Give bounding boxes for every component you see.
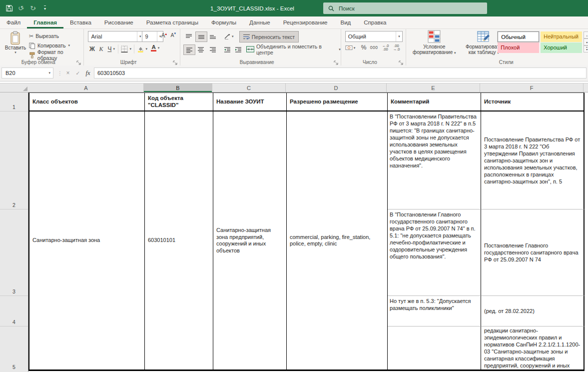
cell-D2-merged[interactable]: commercial, parking, fire_station, polic… [287, 112, 388, 370]
clipboard-dialog-launcher-icon[interactable] [76, 58, 82, 64]
grow-font-button[interactable]: A▴ [161, 32, 167, 39]
cell-E1[interactable]: Комментарий [388, 93, 481, 112]
tab-review[interactable]: Рецензирование [277, 16, 334, 28]
row-header-3[interactable]: 3 [0, 210, 28, 296]
cell-B1[interactable]: Код объекта "CLASSID" [145, 93, 213, 112]
align-middle-icon [198, 34, 205, 40]
bold-button[interactable]: Ж [88, 44, 96, 54]
save-icon[interactable] [3, 2, 15, 14]
decrease-decimal-button[interactable]: .00→.0 [393, 44, 400, 51]
borders-button[interactable]: ▾ [121, 46, 131, 52]
align-right-button[interactable] [207, 44, 218, 54]
tab-view[interactable]: Вид [334, 16, 357, 28]
cell-style-bad[interactable]: Плохой [498, 42, 539, 53]
cell-A1[interactable]: Класс объектов [29, 93, 145, 112]
font-family-select[interactable]: Arial ▾ [88, 31, 143, 42]
number-format-select[interactable]: Общий ▾ [345, 31, 403, 42]
cell-E4[interactable]: Но тут же в п. 5.3: "Допускается размеща… [388, 296, 481, 326]
undo-icon[interactable]: ↺▾ [15, 2, 27, 14]
cell-F4[interactable]: (ред. от 28.02.2022) [481, 296, 585, 326]
underline-button[interactable]: Ч [106, 44, 113, 54]
confirm-entry-icon[interactable]: ✓ [73, 68, 83, 78]
tab-file[interactable]: Файл [0, 16, 27, 28]
increase-indent-button[interactable] [233, 44, 243, 54]
number-dialog-launcher-icon[interactable] [399, 58, 404, 64]
customize-qat-icon[interactable]: ▾ [39, 2, 51, 14]
conditional-formatting-button[interactable]: Условное форматирование ▾ [409, 30, 459, 55]
increase-decimal-button[interactable]: ←.0.00 [382, 44, 389, 51]
align-bottom-button[interactable] [207, 32, 218, 41]
name-box[interactable]: B20 ▾ [1, 68, 53, 78]
cell-E3[interactable]: В "Постановлении Главного государственно… [388, 210, 481, 296]
font-dialog-launcher-icon[interactable] [173, 58, 178, 64]
cell-E5[interactable] [388, 326, 481, 370]
tab-help[interactable]: Справка [357, 16, 393, 28]
wrap-text-button[interactable]: Переносить текст [239, 31, 299, 42]
comma-style-button[interactable]: 000 [370, 45, 378, 50]
font-size-select[interactable]: 9 ▾ [142, 31, 163, 42]
cell-D1[interactable]: Разрешено размещение [287, 93, 388, 112]
select-all-corner[interactable] [0, 84, 28, 92]
italic-button[interactable]: К [97, 44, 105, 54]
align-middle-button[interactable] [195, 32, 207, 42]
format-painter-button[interactable]: Формат по образцу [29, 51, 83, 59]
redo-icon[interactable]: ↻▾ [27, 2, 39, 14]
cell-style-normal[interactable]: Обычный [498, 32, 539, 42]
align-center-button[interactable] [195, 44, 206, 54]
shrink-font-button[interactable]: A▾ [170, 32, 176, 38]
cut-button[interactable]: ✂ Вырезать [29, 32, 59, 40]
column-header-c[interactable]: C [212, 84, 286, 92]
cell-A2-merged[interactable]: Санитарно-защитная зона [29, 112, 145, 370]
clipboard-group-label: Буфер обмена [0, 60, 76, 65]
paste-label: Вставить [5, 45, 26, 50]
cell-F5[interactable]: "О введении в действие новой редакции са… [481, 326, 585, 370]
row-header-4[interactable]: 4 [0, 296, 28, 326]
row-header-5[interactable]: 5 [0, 326, 28, 371]
tab-insert[interactable]: Вставка [63, 16, 98, 28]
cell-F1[interactable]: Источник [481, 93, 585, 112]
styles-gallery-more-icon[interactable]: ▾ [584, 46, 588, 52]
search-input[interactable]: Поиск [323, 2, 487, 14]
decrease-indent-button[interactable] [222, 44, 232, 54]
merge-center-button[interactable]: Объединить и поместить в центре ▾ [246, 44, 341, 54]
column-header-e[interactable]: E [387, 84, 480, 92]
align-left-button[interactable] [183, 44, 195, 55]
orientation-button[interactable]: ▾ [222, 32, 235, 41]
column-header-d[interactable]: D [286, 84, 387, 92]
copy-button[interactable]: Копировать ▾ [29, 42, 70, 50]
cell-C1[interactable]: Название ЗОУИТ [213, 93, 287, 112]
column-header-f[interactable]: F [480, 84, 584, 92]
cell-B2-merged[interactable]: 603010101 [145, 112, 213, 370]
percent-style-button[interactable]: % [361, 44, 367, 51]
tab-page-layout[interactable]: Разметка страницы [140, 16, 205, 28]
wrap-text-label: Переносить текст [252, 34, 295, 40]
cell-C2-merged[interactable]: Санитарно-защитная зона предприятий, соо… [213, 112, 287, 370]
tab-draw[interactable]: Рисование [98, 16, 140, 28]
cell-E2[interactable]: В "Постановлении Правительства РФ от 3 м… [388, 112, 481, 210]
cancel-entry-icon[interactable]: × [63, 68, 73, 78]
styles-scroll-up-icon[interactable]: ▴ [584, 32, 588, 38]
cell-F2[interactable]: Постановление Правительства РФ от 3 март… [481, 112, 585, 210]
cell-style-good[interactable]: Хороший [541, 42, 582, 53]
align-top-button[interactable] [183, 32, 194, 41]
row-header-2[interactable]: 2 [0, 112, 28, 210]
insert-function-icon[interactable]: fx [83, 68, 93, 78]
tab-home[interactable]: Главная [27, 16, 63, 28]
alignment-dialog-launcher-icon[interactable] [334, 58, 339, 64]
fill-color-button[interactable]: ▾ [137, 46, 147, 52]
column-header-a[interactable]: A [28, 84, 144, 92]
dropdown-icon[interactable]: ▾ [113, 47, 115, 51]
paste-button[interactable]: Вставить ▾ [4, 31, 27, 54]
cell-F3[interactable]: Постановление Главного государственного … [481, 210, 585, 296]
cut-icon: ✂ [29, 33, 33, 40]
font-color-button[interactable]: А ▾ [151, 44, 159, 52]
row-header-1[interactable]: 1 [0, 92, 28, 112]
formula-input[interactable]: 603010503 [94, 68, 587, 78]
cell-style-neutral[interactable]: Нейтральный [541, 32, 582, 42]
column-header-b[interactable]: B [144, 84, 212, 92]
tab-data[interactable]: Данные [243, 16, 277, 28]
tab-formulas[interactable]: Формулы [205, 16, 243, 28]
format-painter-icon [29, 52, 35, 58]
accounting-format-button[interactable]: ▾ [345, 44, 356, 51]
styles-scroll-down-icon[interactable]: ▾ [584, 38, 588, 46]
